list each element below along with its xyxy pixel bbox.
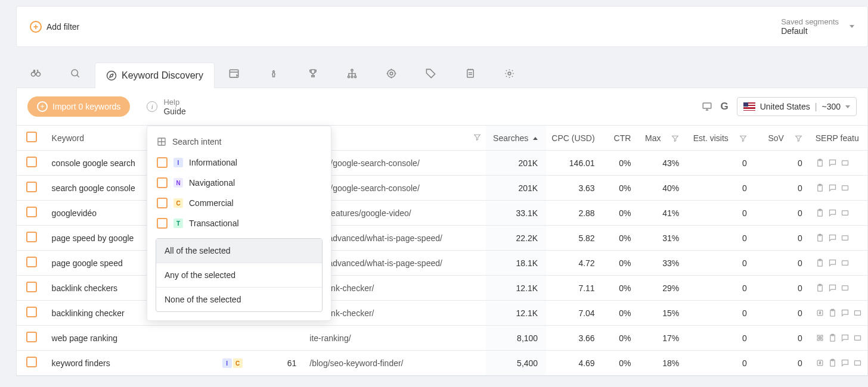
clipboard-icon[interactable]: [828, 308, 837, 317]
tab-sitemap[interactable]: [333, 59, 372, 88]
more-icon[interactable]: [841, 283, 850, 292]
more-icon[interactable]: [841, 183, 850, 192]
row-checkbox[interactable]: [26, 332, 37, 342]
intent-option[interactable]: CCommercial: [147, 193, 331, 213]
est-cell: 0: [687, 251, 755, 276]
filter-icon[interactable]: [739, 135, 747, 142]
select-mode-option[interactable]: Any of the selected: [156, 263, 322, 288]
col-searches[interactable]: Searches: [493, 133, 528, 143]
comment-icon[interactable]: [828, 258, 837, 267]
select-mode-option[interactable]: All of the selected: [156, 239, 322, 263]
searches-cell: 201K: [486, 176, 546, 201]
svg-rect-25: [842, 236, 848, 241]
tab-notes[interactable]: [451, 59, 490, 88]
more-icon[interactable]: [853, 308, 862, 317]
row-checkbox[interactable]: [26, 182, 37, 192]
more-icon[interactable]: [841, 158, 850, 167]
clipboard-icon[interactable]: [828, 333, 837, 342]
clipboard-icon[interactable]: [816, 283, 824, 292]
option-checkbox[interactable]: [157, 198, 168, 208]
est-cell: 0: [687, 201, 755, 226]
intent-option[interactable]: NNavigational: [147, 173, 331, 193]
puzzle-icon[interactable]: [816, 333, 824, 342]
row-checkbox[interactable]: [26, 357, 37, 367]
clipboard-icon[interactable]: [816, 258, 824, 267]
comment-icon[interactable]: [828, 283, 837, 292]
help-guide[interactable]: i Help Guide: [147, 98, 185, 116]
tab-browser[interactable]: [215, 59, 254, 88]
est-cell: 0: [687, 176, 755, 201]
option-checkbox[interactable]: [157, 157, 168, 168]
filter-icon[interactable]: [473, 133, 481, 141]
country-selector[interactable]: United States | ~300: [737, 97, 857, 116]
option-checkbox[interactable]: [157, 218, 168, 229]
clipboard-icon[interactable]: [816, 233, 824, 242]
col-keyword[interactable]: Keyword: [52, 133, 84, 143]
google-icon[interactable]: G: [721, 101, 728, 113]
saved-segments-dropdown[interactable]: Saved segments Default: [781, 17, 854, 36]
rank-cell: 61: [247, 351, 305, 376]
comment-icon[interactable]: [828, 158, 837, 167]
intent-option[interactable]: IInformational: [147, 152, 331, 173]
max-cell: 41%: [639, 201, 687, 226]
row-checkbox[interactable]: [26, 257, 37, 267]
row-checkbox[interactable]: [26, 282, 37, 292]
select-all-checkbox[interactable]: [26, 132, 37, 142]
dollar-icon[interactable]: [816, 358, 824, 367]
comment-icon[interactable]: [841, 358, 850, 367]
col-cpc[interactable]: CPC (USD): [551, 133, 594, 143]
searches-cell: 18.1K: [486, 251, 546, 276]
dollar-icon[interactable]: [816, 308, 824, 317]
tab-settings[interactable]: [490, 59, 529, 88]
comment-icon[interactable]: [828, 183, 837, 192]
desktop-icon[interactable]: [702, 101, 712, 112]
table-row: keyword finders IC 61 /blog/seo-keyword-…: [17, 351, 867, 376]
cpc-cell: 3.66: [546, 326, 603, 351]
est-cell: 0: [687, 326, 755, 351]
col-sov[interactable]: SoV: [768, 133, 783, 143]
clipboard-icon[interactable]: [816, 158, 824, 167]
row-checkbox[interactable]: [26, 207, 37, 217]
tab-search[interactable]: [55, 59, 95, 88]
import-keywords-button[interactable]: + Import 0 keywords: [27, 96, 130, 117]
option-checkbox[interactable]: [157, 177, 168, 188]
select-mode-option[interactable]: None of the selected: [156, 288, 322, 311]
cpc-cell: 7.04: [546, 301, 603, 326]
col-serp[interactable]: SERP featu: [816, 133, 859, 143]
tab-tag[interactable]: [411, 59, 451, 88]
clipboard-icon[interactable]: [816, 208, 824, 217]
tab-target[interactable]: [372, 59, 411, 88]
est-cell: 0: [687, 301, 755, 326]
col-max[interactable]: Max: [645, 133, 661, 143]
clipboard-icon[interactable]: [828, 358, 837, 367]
tab-keyword-discovery[interactable]: Keyword Discovery: [95, 63, 215, 88]
intent-option[interactable]: TTransactional: [147, 213, 331, 233]
filter-icon[interactable]: [671, 135, 679, 142]
more-icon[interactable]: [853, 358, 862, 367]
more-icon[interactable]: [841, 233, 850, 242]
sov-cell: 0: [755, 326, 811, 351]
searches-cell: 33.1K: [486, 201, 546, 226]
sov-cell: 0: [755, 176, 811, 201]
row-checkbox[interactable]: [26, 307, 37, 317]
saved-segments-label: Saved segments: [781, 17, 839, 26]
tab-binoculars[interactable]: [16, 59, 55, 88]
more-icon[interactable]: [841, 208, 850, 217]
ctr-cell: 0%: [603, 276, 640, 301]
col-est[interactable]: Est. visits: [693, 133, 728, 143]
volume-approx: ~300: [822, 102, 841, 111]
more-icon[interactable]: [841, 258, 850, 267]
comment-icon[interactable]: [841, 333, 850, 342]
filter-icon[interactable]: [795, 135, 802, 142]
row-checkbox[interactable]: [26, 232, 37, 242]
comment-icon[interactable]: [828, 233, 837, 242]
add-filter-button[interactable]: + Add filter: [30, 21, 79, 33]
clipboard-icon[interactable]: [816, 183, 824, 192]
comment-icon[interactable]: [828, 208, 837, 217]
col-ctr[interactable]: CTR: [614, 133, 631, 143]
row-checkbox[interactable]: [26, 157, 37, 167]
tab-trophy[interactable]: [293, 59, 333, 88]
tab-chess[interactable]: [254, 59, 293, 88]
more-icon[interactable]: [853, 333, 862, 342]
comment-icon[interactable]: [841, 308, 850, 317]
